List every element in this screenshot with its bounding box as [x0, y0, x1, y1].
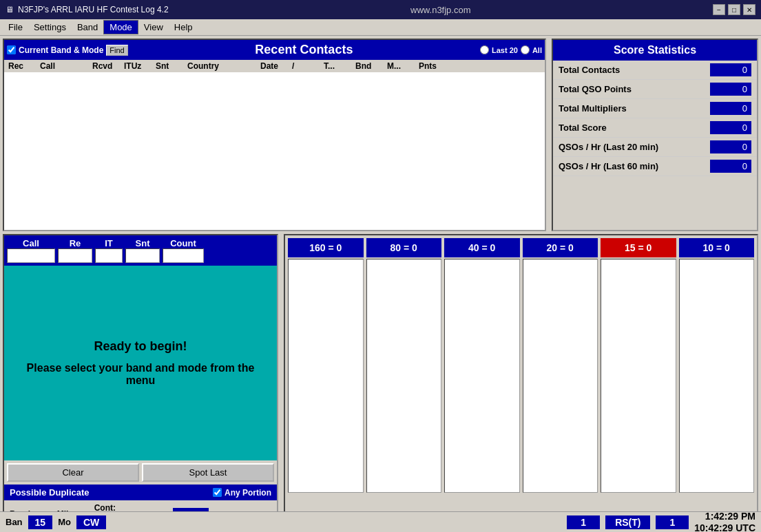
band-col-10: 10 = 0	[679, 238, 755, 493]
menu-settings[interactable]: Settings	[28, 21, 72, 34]
band-list-80	[366, 259, 442, 493]
app-window: 🖥 N3FJP's ARRL IARU HF Contest Log 4.2 w…	[0, 0, 761, 532]
rc-table-header: Rec Call Rcvd ITUz Snt Country Date / T.…	[4, 60, 545, 72]
app-title: N3FJP's ARRL IARU HF Contest Log 4.2	[18, 5, 169, 14]
menu-band[interactable]: Band	[72, 21, 103, 34]
status-mode-value: CW	[76, 515, 106, 529]
band-list-15	[601, 259, 676, 493]
rc-table-body	[4, 72, 545, 230]
score-qso-label: Total QSO Points	[559, 84, 632, 94]
btn-row: Clear Spot Last	[4, 460, 277, 485]
band-mode-checkbox[interactable]	[7, 45, 16, 54]
col-slash: /	[292, 61, 320, 71]
menu-bar: File Settings Band Mode View Help	[0, 19, 761, 36]
find-button[interactable]: Find	[106, 45, 127, 56]
bands-row: 160 = 0 80 = 0 40 = 0 20 = 0	[285, 235, 757, 496]
website-label: www.n3fjp.com	[410, 5, 470, 15]
entry-panel: Call Re IT Snt	[3, 234, 278, 529]
band-col-15: 15 = 0	[601, 238, 676, 493]
band-header-20[interactable]: 20 = 0	[523, 238, 598, 257]
status-band-value: 15	[28, 515, 53, 529]
snt-input[interactable]	[125, 248, 160, 263]
col-rec: Rec	[8, 61, 36, 71]
status-time2: 10:42:29 UTC	[694, 522, 755, 533]
content-area: Current Band & Mode Find Recent Contacts…	[0, 36, 761, 532]
field-it-label: IT	[105, 238, 113, 248]
band-header-10[interactable]: 10 = 0	[679, 238, 755, 257]
any-portion-checkbox[interactable]	[213, 488, 222, 497]
count-input[interactable]	[163, 248, 204, 263]
col-pnts: Pnts	[419, 61, 446, 71]
any-portion-label: Any Portion	[225, 488, 271, 498]
field-count: Count	[163, 238, 204, 263]
possible-dup-bar: Possible Duplicate Any Portion	[4, 485, 277, 500]
close-button[interactable]: ✕	[743, 4, 755, 15]
status-rs: RS(T)	[605, 515, 650, 529]
spot-last-button[interactable]: Spot Last	[142, 463, 274, 482]
score-mult-label: Total Multipliers	[559, 103, 627, 114]
band-header-160[interactable]: 160 = 0	[288, 238, 364, 257]
col-bnd: Bnd	[355, 61, 383, 71]
minimize-button[interactable]: −	[713, 4, 725, 15]
band-header-15[interactable]: 15 = 0	[601, 238, 676, 257]
menu-help[interactable]: Help	[169, 21, 198, 34]
col-rcvd: Rcvd	[92, 61, 120, 71]
col-time: T...	[324, 61, 351, 71]
field-re-label: Re	[70, 238, 81, 248]
status-bar: Ban 15 Mo CW 1 RS(T) 1 1:42:29 PM 10:42:…	[0, 511, 761, 532]
score-60min-label: QSOs / Hr (Last 60 min)	[559, 161, 658, 171]
status-number1: 1	[567, 515, 600, 529]
score-row-total: Total Score 0	[553, 118, 757, 138]
maximize-button[interactable]: □	[728, 4, 740, 15]
score-contacts-value: 0	[710, 63, 751, 76]
clear-button[interactable]: Clear	[7, 463, 139, 482]
any-portion: Any Portion	[213, 488, 271, 498]
score-stats-panel: Score Statistics Total Contacts 0 Total …	[552, 39, 758, 231]
band-mode-label: Current Band & Mode	[19, 45, 103, 55]
title-bar-left: 🖥 N3FJP's ARRL IARU HF Contest Log 4.2	[6, 5, 169, 14]
band-list-10	[679, 259, 755, 493]
score-row-mult: Total Multipliers 0	[553, 99, 757, 118]
score-row-contacts: Total Contacts 0	[553, 61, 757, 80]
ready-text: Please select your band and mode from th…	[15, 362, 266, 387]
status-band-label: Ban	[6, 517, 23, 527]
score-row-20min: QSOs / Hr (Last 20 min) 0	[553, 138, 757, 157]
score-header: Score Statistics	[553, 40, 757, 61]
all-radio[interactable]	[521, 45, 530, 54]
bottom-row: Call Re IT Snt	[3, 234, 758, 529]
score-contacts-label: Total Contacts	[559, 65, 620, 75]
score-row-qso: Total QSO Points 0	[553, 80, 757, 99]
score-20min-value: 0	[710, 140, 751, 153]
title-bar: 🖥 N3FJP's ARRL IARU HF Contest Log 4.2 w…	[0, 0, 761, 19]
menu-mode[interactable]: Mode	[103, 20, 138, 34]
rc-header: Current Band & Mode Find Recent Contacts…	[4, 40, 545, 60]
score-total-label: Total Score	[559, 123, 607, 133]
field-re: Re	[58, 238, 92, 263]
window-controls: − □ ✕	[713, 4, 755, 15]
band-list-160	[288, 259, 364, 493]
menu-view[interactable]: View	[138, 21, 169, 34]
call-input[interactable]	[7, 248, 55, 263]
band-mode-filter: Current Band & Mode Find	[7, 45, 128, 56]
score-mult-value: 0	[710, 102, 751, 115]
re-input[interactable]	[58, 248, 92, 263]
bands-panel: 160 = 0 80 = 0 40 = 0 20 = 0	[284, 234, 758, 529]
field-call: Call	[7, 238, 55, 263]
menu-file[interactable]: File	[3, 21, 28, 34]
status-time: 1:42:29 PM 10:42:29 UTC	[694, 511, 755, 532]
score-total-value: 0	[710, 121, 751, 134]
last-radio[interactable]	[480, 45, 489, 54]
status-mode-label: Mo	[58, 517, 71, 527]
field-snt-label: Snt	[136, 238, 150, 248]
band-header-80[interactable]: 80 = 0	[366, 238, 442, 257]
status-time1: 1:42:29 PM	[705, 511, 755, 522]
recent-contacts-panel: Current Band & Mode Find Recent Contacts…	[3, 39, 546, 231]
status-number2: 1	[656, 515, 689, 529]
band-header-40[interactable]: 40 = 0	[444, 238, 520, 257]
field-call-label: Call	[23, 238, 39, 248]
field-it: IT	[95, 238, 123, 263]
last-label: Last 20	[492, 46, 518, 54]
it-input[interactable]	[95, 248, 123, 263]
ready-box: Ready to begin! Please select your band …	[4, 266, 277, 460]
score-20min-label: QSOs / Hr (Last 20 min)	[559, 142, 658, 152]
